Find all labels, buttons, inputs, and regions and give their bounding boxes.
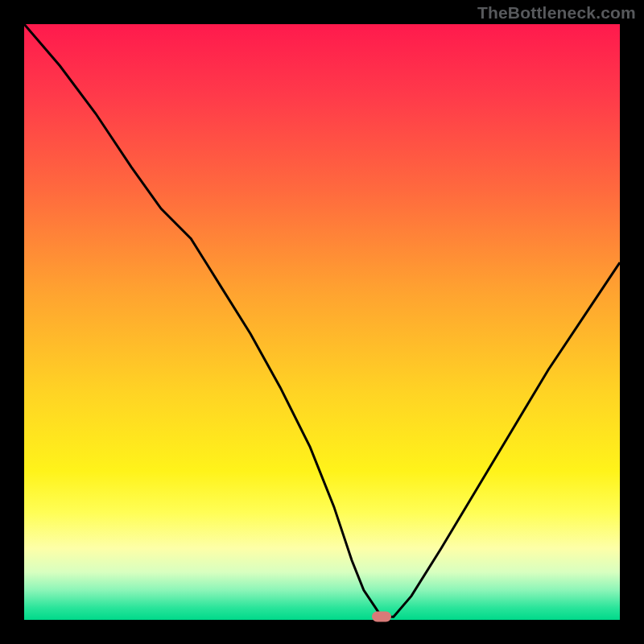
optimum-marker bbox=[372, 612, 391, 622]
watermark-text: TheBottleneck.com bbox=[477, 3, 636, 23]
bottleneck-curve-path bbox=[24, 24, 620, 617]
bottleneck-chart: TheBottleneck.com bbox=[0, 0, 644, 644]
curve-svg bbox=[24, 24, 620, 620]
plot-area bbox=[24, 24, 620, 620]
